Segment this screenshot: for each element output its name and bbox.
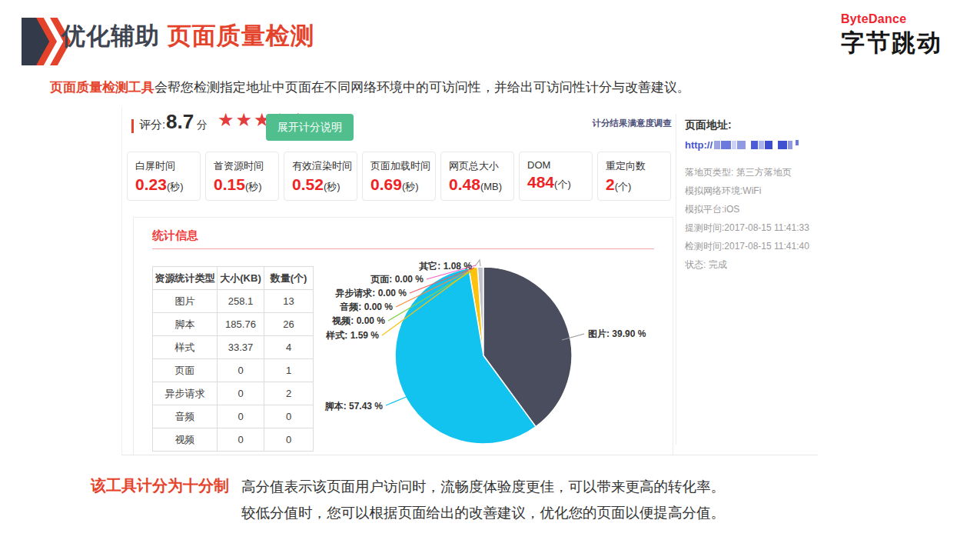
- stats-title-underline: [152, 248, 654, 249]
- metric-cards: 白屏时间 0.23(秒) 首资源时间 0.15(秒) 有效渲染时间 0.52(秒…: [127, 152, 676, 201]
- expand-score-details-button[interactable]: 展开计分说明: [266, 114, 354, 141]
- table-row: 脚本185.7626: [153, 313, 314, 336]
- info-landing-type: 落地页类型: 第三方落地页: [685, 163, 817, 182]
- title-prefix: 优化辅助: [61, 22, 160, 49]
- stats-panel: 统计信息 资源统计类型 大小(KB) 数量(个) 图片258.113 脚本185…: [133, 217, 673, 455]
- metric-card-effective-render: 有效渲染时间 0.52(秒): [284, 152, 357, 201]
- page-url: http://: [685, 139, 817, 151]
- score-unit: 分: [197, 118, 208, 132]
- logo-wordmark-en: ByteDance: [841, 12, 942, 26]
- table-row: 异步请求02: [153, 382, 314, 405]
- stats-panel-title: 统计信息: [152, 228, 198, 243]
- metric-card-page-load: 页面加载时间 0.69(秒): [362, 152, 436, 201]
- slide: 优化辅助 页面质量检测 ByteDance 字节跳动 页面质量检测工具会帮您检测…: [0, 0, 980, 540]
- metric-card-white-screen: 白屏时间 0.23(秒): [127, 152, 201, 201]
- info-detect-time: 检测时间:2017-08-15 11:41:40: [685, 237, 817, 255]
- url-prefix: http://: [685, 139, 713, 151]
- metric-card-page-size: 网页总大小 0.48(MB): [440, 152, 514, 201]
- page-address-label: 页面地址:: [685, 118, 817, 132]
- description-rest: 会帮您检测指定地址中页面在不同网络环境中的可访问性，并给出可访问性计分与改善建议…: [154, 80, 690, 95]
- description: 页面质量检测工具会帮您检测指定地址中页面在不同网络环境中的可访问性，并给出可访问…: [50, 78, 690, 96]
- table-row: 图片258.113: [153, 290, 314, 313]
- score-accent-bar: [131, 119, 134, 133]
- table-header-row: 资源统计类型 大小(KB) 数量(个): [153, 267, 314, 290]
- redacted-url-mosaic: [714, 141, 799, 149]
- info-platform: 模拟平台:iOS: [685, 200, 817, 218]
- info-status: 状态: 完成: [685, 255, 817, 274]
- detection-info-sidebar: 页面地址: http:// 落地页类型: 第三方落地页 模拟网络环境:WiFi …: [685, 118, 817, 274]
- score-satisfaction-survey-link[interactable]: 计分结果满意度调查: [593, 118, 673, 129]
- metric-card-redirects: 重定向数 2(个): [597, 152, 671, 201]
- table-row: 视频00: [153, 428, 314, 452]
- bytedance-logo: ByteDance 字节跳动: [841, 12, 942, 59]
- footer-note: 该工具计分为十分制 高分值表示该页面用户访问时，流畅度体验度更佳，可以带来更高的…: [91, 474, 725, 526]
- title-highlight: 页面质量检测: [168, 22, 315, 49]
- logo-wordmark-zh: 字节跳动: [841, 27, 942, 59]
- footer-line-1: 高分值表示该页面用户访问时，流畅度体验度更佳，可以带来更高的转化率。: [241, 474, 725, 500]
- table-row: 样式33.374: [153, 336, 314, 359]
- score-label: 评分:: [139, 118, 165, 132]
- metric-card-dom: DOM 484(个): [519, 152, 593, 201]
- table-row: 音频00: [153, 405, 314, 428]
- footer-lead: 该工具计分为十分制: [91, 475, 229, 526]
- table-row: 页面01: [153, 359, 314, 382]
- page-title: 优化辅助 页面质量检测: [61, 20, 315, 52]
- footer-line-2: 较低分值时，您可以根据页面给出的改善建议，优化您的页面以便提高分值。: [241, 500, 725, 526]
- vertical-divider: [676, 114, 676, 445]
- description-highlight: 页面质量检测工具: [50, 80, 154, 95]
- dark-arrow-shape: [22, 18, 52, 65]
- info-network-env: 模拟网络环境:WiFi: [685, 182, 817, 200]
- tool-screenshot: 评分: 8.7 分 ★★★★☆★ 展开计分说明 计分结果满意度调查 白屏时间 0…: [121, 108, 818, 455]
- metric-card-first-resource: 首资源时间 0.15(秒): [205, 152, 279, 201]
- info-submit-time: 提测时间:2017-08-15 11:41:33: [685, 218, 817, 237]
- score-value: 8.7: [166, 110, 194, 134]
- resource-stats-table: 资源统计类型 大小(KB) 数量(个) 图片258.113 脚本185.7626…: [152, 266, 314, 452]
